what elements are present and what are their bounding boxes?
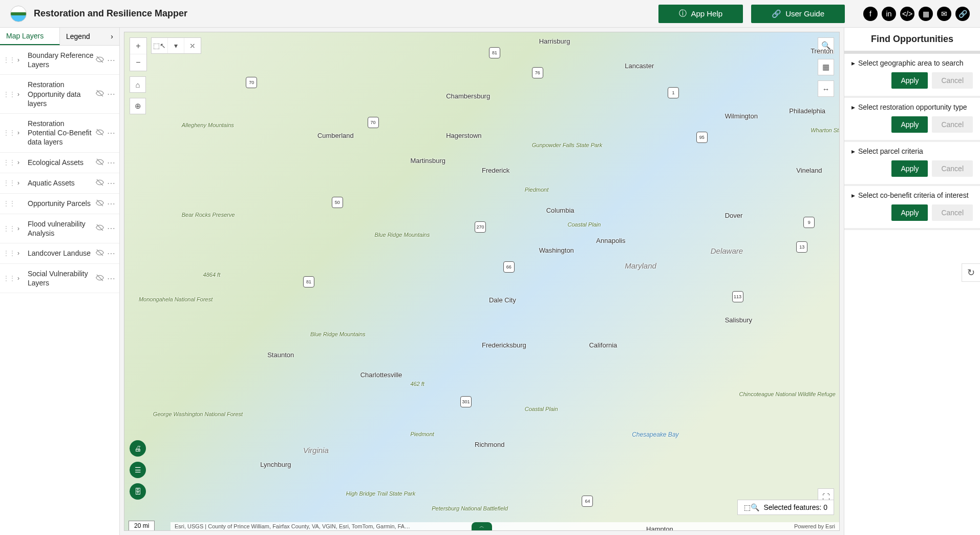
expand-caret-icon[interactable]: › — [17, 159, 24, 166]
sidebar-left: Map Layers Legend › ⋮⋮›Boundary Referenc… — [0, 28, 120, 535]
visibility-off-icon[interactable] — [96, 55, 104, 65]
search-button[interactable]: 🔍 — [818, 37, 834, 54]
layer-label[interactable]: Boundary Reference Layers — [28, 51, 96, 69]
sidebar-tabs: Map Layers Legend › — [0, 28, 119, 46]
selected-features-chip[interactable]: ⬚🔍 Selected features: 0 — [737, 500, 834, 515]
visibility-off-icon[interactable] — [96, 158, 104, 168]
select-rect-icon[interactable]: ⬚↖ — [152, 38, 168, 53]
criteria-header[interactable]: ▸Select parcel criteria — [851, 147, 973, 155]
drag-handle-icon[interactable]: ⋮⋮ — [3, 56, 15, 64]
zoom-in-button[interactable]: + — [130, 38, 146, 54]
drag-handle-icon[interactable]: ⋮⋮ — [3, 179, 15, 187]
criteria-header[interactable]: ▸Select co-benefit criteria of interest — [851, 191, 973, 199]
refresh-button[interactable]: ↻ — [962, 263, 980, 282]
criteria-section: ▸Select parcel criteriaApplyCancel — [844, 142, 980, 186]
more-options-icon[interactable]: ⋯ — [107, 178, 116, 188]
map-label: George Washington National Forest — [153, 411, 243, 417]
expand-caret-icon[interactable]: › — [17, 275, 24, 282]
apply-button[interactable]: Apply — [891, 116, 928, 133]
more-options-icon[interactable]: ⋯ — [107, 89, 116, 99]
layer-label[interactable]: Flood vulnerability Analysis — [28, 219, 96, 238]
visibility-off-icon[interactable] — [96, 249, 104, 258]
expand-caret-icon[interactable]: › — [17, 179, 24, 187]
map-label: High Bridge Trail State Park — [346, 490, 416, 497]
drag-handle-icon[interactable]: ⋮⋮ — [3, 275, 15, 282]
drag-handle-icon[interactable]: ⋮⋮ — [3, 250, 15, 257]
locate-button[interactable]: ⊕ — [130, 98, 146, 114]
map-label: Gunpowder Falls State Park — [532, 142, 603, 148]
criteria-label: Select parcel criteria — [858, 147, 923, 155]
facebook-icon[interactable]: f — [863, 7, 878, 21]
criteria-header[interactable]: ▸Select geographic area to search — [851, 59, 973, 67]
more-options-icon[interactable]: ⋯ — [107, 274, 116, 283]
drag-handle-icon[interactable]: ⋮⋮ — [3, 159, 15, 166]
select-clear-icon[interactable]: ⤫ — [184, 38, 201, 53]
map-label: California — [589, 341, 617, 349]
more-options-icon[interactable]: ⋯ — [107, 158, 116, 168]
layer-label[interactable]: Restoration Potential Co-Benefit data la… — [28, 119, 96, 147]
layer-label[interactable]: Aquatic Assets — [28, 178, 96, 188]
map-controls-top-left: + − ⌂ ⊕ ⬚↖ ▾ ⤫ — [130, 37, 201, 114]
drag-handle-icon[interactable]: ⋮⋮ — [3, 225, 15, 232]
linkedin-icon[interactable]: in — [882, 7, 896, 21]
tab-legend-label: Legend — [66, 32, 90, 40]
tab-legend[interactable]: Legend › — [60, 28, 119, 45]
measure-button[interactable]: ↔ — [818, 80, 834, 97]
expand-caret-icon[interactable]: › — [17, 56, 24, 64]
drag-handle-icon[interactable]: ⋮⋮ — [3, 200, 15, 207]
share-link-icon[interactable]: 🔗 — [955, 7, 970, 21]
data-button[interactable]: 🗄 — [130, 483, 146, 500]
more-options-icon[interactable]: ⋯ — [107, 223, 116, 233]
attribute-table-toggle[interactable]: ︿ — [472, 522, 492, 530]
attribution-powered[interactable]: Powered by Esri — [794, 523, 835, 529]
drag-handle-icon[interactable]: ⋮⋮ — [3, 91, 15, 98]
print-button[interactable]: 🖨 — [130, 440, 146, 457]
app-help-button[interactable]: ⓘ App Help — [658, 5, 743, 23]
more-options-icon[interactable]: ⋯ — [107, 55, 116, 65]
map-label: Wharton State Fore — [811, 127, 840, 133]
visibility-off-icon[interactable] — [96, 223, 104, 233]
route-shield: 1 — [668, 87, 679, 98]
visibility-off-icon[interactable] — [96, 199, 104, 209]
layer-label[interactable]: Restoration Opportunity data layers — [28, 80, 96, 108]
visibility-off-icon[interactable] — [96, 274, 104, 283]
cancel-button: Cancel — [932, 160, 973, 177]
route-shield: 270 — [475, 221, 486, 233]
map-label: Hagerstown — [446, 132, 481, 139]
expand-caret-icon[interactable]: › — [17, 225, 24, 232]
map-canvas[interactable]: + − ⌂ ⊕ ⬚↖ ▾ ⤫ 🔍 ▦ ↔ 🖨 — [124, 32, 840, 531]
visibility-off-icon[interactable] — [96, 128, 104, 138]
layer-label[interactable]: Social Vulnerability Layers — [28, 269, 96, 287]
user-guide-button[interactable]: 🔗 User Guide — [751, 5, 845, 23]
apply-button[interactable]: Apply — [891, 160, 928, 177]
route-shield: 70 — [368, 117, 379, 128]
tab-map-layers[interactable]: Map Layers — [0, 28, 60, 45]
more-options-icon[interactable]: ⋯ — [107, 199, 116, 209]
caret-right-icon: ▸ — [851, 147, 855, 155]
more-options-icon[interactable]: ⋯ — [107, 249, 116, 258]
layer-label[interactable]: Ecological Assets — [28, 158, 96, 167]
apply-button[interactable]: Apply — [891, 72, 928, 89]
layer-item: ⋮⋮›Restoration Potential Co-Benefit data… — [0, 114, 119, 153]
mail-icon[interactable]: ✉ — [937, 7, 951, 21]
apply-button[interactable]: Apply — [891, 204, 928, 221]
map-label: Columbia — [546, 207, 574, 214]
zoom-out-button[interactable]: − — [130, 54, 146, 71]
drag-handle-icon[interactable]: ⋮⋮ — [3, 129, 15, 136]
qr-icon[interactable]: ▦ — [919, 7, 933, 21]
more-options-icon[interactable]: ⋯ — [107, 128, 116, 138]
home-button[interactable]: ⌂ — [130, 76, 146, 93]
visibility-off-icon[interactable] — [96, 178, 104, 188]
layer-label[interactable]: Opportunity Parcels — [28, 199, 96, 208]
map-attribution: Esri, USGS | County of Prince William, F… — [171, 522, 839, 530]
expand-caret-icon[interactable]: › — [17, 129, 24, 136]
legend-button[interactable]: ☰ — [130, 462, 146, 478]
embed-icon[interactable]: </> — [900, 7, 914, 21]
visibility-off-icon[interactable] — [96, 89, 104, 99]
select-dropdown-icon[interactable]: ▾ — [168, 38, 184, 53]
expand-caret-icon[interactable]: › — [17, 250, 24, 257]
criteria-header[interactable]: ▸Select restoration opportunity type — [851, 103, 973, 111]
layer-label[interactable]: Landcover Landuse — [28, 249, 96, 258]
basemap-button[interactable]: ▦ — [818, 59, 834, 75]
expand-caret-icon[interactable]: › — [17, 91, 24, 98]
